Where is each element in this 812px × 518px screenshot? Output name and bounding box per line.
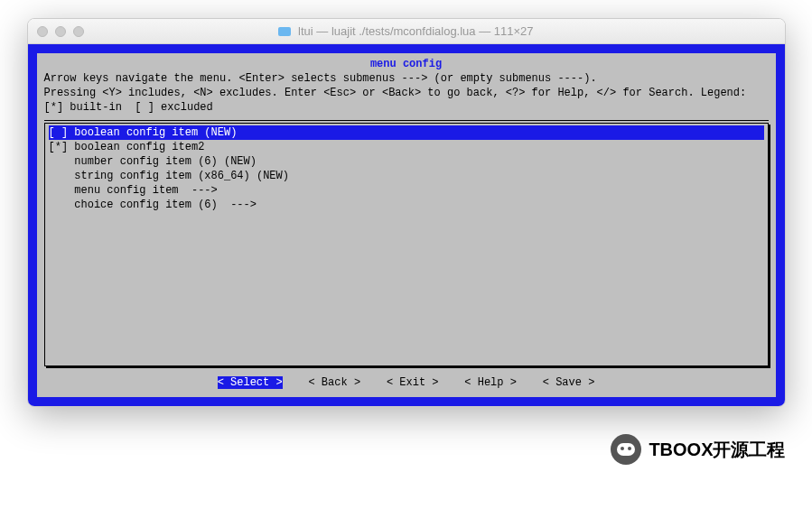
zoom-icon[interactable]: [73, 26, 84, 37]
help-button[interactable]: < Help >: [464, 376, 517, 389]
dialog-help-text: Arrow keys navigate the menu. <Enter> se…: [44, 71, 769, 115]
menu-item-boolean1[interactable]: [ ] boolean config item (NEW): [49, 125, 764, 140]
menu-item-number[interactable]: number config item (6) (NEW): [49, 154, 764, 169]
window-title-text: ltui — luajit ./tests/mconfdialog.lua — …: [298, 24, 534, 38]
watermark-text: TBOOX开源工程: [649, 438, 785, 462]
mconf-dialog: menu config Arrow keys navigate the menu…: [37, 53, 776, 397]
minimize-icon[interactable]: [55, 26, 66, 37]
back-button[interactable]: < Back >: [308, 376, 360, 389]
dialog-title: menu config: [44, 57, 769, 71]
folder-icon: [278, 27, 291, 36]
separator: [44, 120, 769, 121]
exit-button[interactable]: < Exit >: [387, 376, 439, 389]
save-button[interactable]: < Save >: [543, 376, 595, 389]
menu-list[interactable]: [ ] boolean config item (NEW) [*] boolea…: [44, 123, 769, 366]
button-row: < Select > < Back > < Exit > < Help > < …: [44, 375, 769, 390]
wechat-icon: [611, 434, 641, 465]
menu-item-menu[interactable]: menu config item --->: [49, 183, 764, 198]
terminal-area: menu config Arrow keys navigate the menu…: [28, 44, 785, 406]
menu-item-boolean2[interactable]: [*] boolean config item2: [49, 140, 764, 154]
menu-item-choice[interactable]: choice config item (6) --->: [49, 198, 764, 212]
menu-item-string[interactable]: string config item (x86_64) (NEW): [49, 169, 764, 183]
titlebar: ltui — luajit ./tests/mconfdialog.lua — …: [28, 19, 785, 44]
watermark: TBOOX开源工程: [27, 434, 786, 465]
close-icon[interactable]: [37, 26, 48, 37]
select-button[interactable]: < Select >: [218, 376, 283, 389]
window-title: ltui — luajit ./tests/mconfdialog.lua — …: [28, 24, 785, 38]
traffic-lights: [37, 26, 84, 37]
app-window: ltui — luajit ./tests/mconfdialog.lua — …: [27, 18, 786, 407]
